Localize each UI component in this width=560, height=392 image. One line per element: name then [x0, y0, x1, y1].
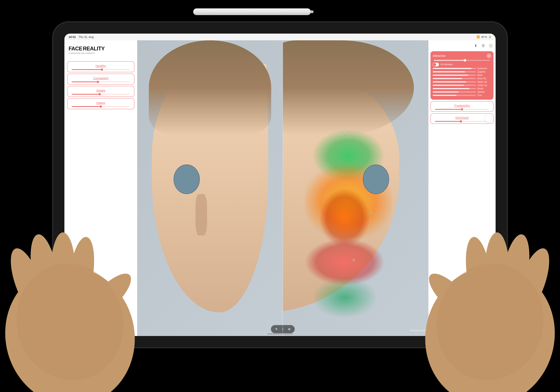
apple-pencil [193, 8, 311, 15]
attractive-card: Attractive ⓘ Fill Wrinkles [430, 51, 493, 100]
trait-label-competent: Competent [70, 76, 131, 80]
slider-label-nose-tip: Nose Tip [477, 77, 491, 80]
attractive-title: Attractive [433, 54, 446, 58]
slider-label-lower-lip: Lower Lip [477, 84, 491, 87]
slider-row-upper-lip: Upper Lip [433, 81, 491, 83]
trait-slider-thumb-happy[interactable] [100, 105, 102, 108]
slider-fill-chin [433, 95, 456, 96]
slider-fill-nose [433, 75, 468, 76]
fill-wrinkles-toggle[interactable] [433, 63, 439, 66]
slider-fill-upper-lip [433, 81, 466, 82]
trait-btn-dominant[interactable]: Dominant [430, 113, 493, 124]
slider-track-nose[interactable] [433, 75, 476, 76]
slider-row-jawline: Jawline [433, 91, 491, 93]
logo-partnership: in partnership with CANFIELD [69, 52, 133, 54]
slider-label-zygoma: Zygoma [477, 70, 491, 73]
trait-slider-thumb-competent[interactable] [97, 81, 99, 83]
trait-slider-healthy[interactable] [72, 69, 130, 70]
slider-track-mouth[interactable] [433, 88, 476, 89]
logo-reality: REALITY [83, 46, 105, 51]
slider-row-nose: Nose [433, 74, 491, 76]
dominant-large-thumb[interactable] [485, 115, 491, 122]
trait-label-healthy: Healthy [70, 64, 131, 68]
slider-label-nose: Nose [477, 74, 491, 76]
slider-row-eyebrows: Eyebrows [433, 67, 491, 70]
face-hair-left [149, 40, 271, 135]
slider-track-zygoma[interactable] [433, 71, 476, 72]
slider-row-chin: Chin [433, 94, 491, 97]
center-divider [283, 40, 283, 336]
slider-track-upper-lip[interactable] [433, 81, 476, 82]
trait-slider-thumb-trustworthy[interactable] [461, 108, 463, 111]
trait-label-awake: Awake [70, 89, 131, 92]
slider-track-chin[interactable] [433, 95, 476, 96]
status-right: 📶 40 % 🔋 [477, 35, 491, 39]
trait-slider-fill-dominant [435, 121, 461, 122]
trait-btn-trustworthy[interactable]: Trustworthy [430, 101, 493, 112]
trait-label-happy: Happy [70, 101, 131, 105]
slider-row-nose-tip: Nose Tip [433, 77, 491, 80]
brightness-button[interactable]: ☀ [274, 326, 279, 332]
slider-row-lower-lip: Lower Lip [433, 84, 491, 87]
fill-wrinkles-label: Fill Wrinkles [440, 63, 453, 66]
slider-track-nose-tip[interactable] [433, 78, 476, 79]
share-button[interactable]: ⬆ [473, 43, 478, 49]
status-time: 18:52 [69, 35, 76, 39]
fill-wrinkles-toggle-row: Fill Wrinkles [433, 63, 491, 66]
wifi-icon: 📶 [477, 35, 480, 39]
trait-slider-thumb-dominant[interactable] [460, 120, 462, 122]
trait-slider-happy[interactable] [72, 106, 130, 107]
trait-slider-awake[interactable] [72, 94, 130, 95]
logo-face: FACE [69, 46, 82, 51]
trait-slider-competent[interactable] [72, 81, 130, 82]
trait-btn-happy[interactable]: Happy [67, 98, 134, 109]
header-icons: ⬆ ☰ ⓘ [430, 43, 493, 49]
slider-label-upper-lip: Upper Lip [477, 81, 491, 83]
trait-slider-fill-awake [72, 94, 100, 95]
attractive-main-slider[interactable] [434, 60, 490, 61]
slider-fill-zygoma [433, 71, 465, 72]
slider-fill-jawline [433, 91, 459, 92]
trait-slider-dominant[interactable] [435, 121, 489, 122]
slider-track-jawline[interactable] [433, 91, 476, 92]
status-bar: 18:52 Thu 31. Aug 📶 40 % 🔋 [64, 34, 496, 40]
attractive-header: Attractive ⓘ [433, 53, 491, 58]
trait-label-dominant: Dominant [434, 116, 490, 120]
trait-slider-thumb-awake[interactable] [99, 93, 101, 95]
slider-track-lower-lip[interactable] [433, 85, 476, 86]
slider-fill-nose-tip [433, 78, 462, 79]
list-button[interactable]: ☰ [481, 43, 486, 49]
scene: 18:52 Thu 31. Aug 📶 40 % 🔋 FACE [0, 0, 560, 392]
slider-label-jawline: Jawline [477, 91, 491, 93]
face-dot-forehead [344, 135, 346, 137]
trait-slider-fill-happy [72, 106, 101, 107]
trait-slider-fill-healthy [72, 69, 102, 70]
trait-btn-awake[interactable]: Awake [67, 86, 134, 97]
battery-icon: 🔋 [488, 35, 491, 39]
slider-fill-eyebrows [433, 68, 471, 69]
trait-slider-trustworthy[interactable] [435, 109, 489, 110]
status-date: Thu 31. Aug [79, 35, 94, 39]
slider-fill-mouth [433, 88, 470, 89]
trait-slider-fill-trustworthy [435, 109, 462, 110]
slider-label-mouth: Mouth [477, 87, 491, 90]
attractive-info-btn[interactable]: ⓘ [487, 53, 491, 58]
logo-area: FACE REALITY in partnership with CANFIEL… [67, 45, 134, 57]
slider-row-mouth: Mouth [433, 87, 491, 90]
battery-indicator: 40 % [481, 36, 487, 39]
slider-track-eyebrows[interactable] [433, 68, 476, 69]
slider-label-chin: Chin [477, 94, 491, 97]
attractive-slider-fill [434, 60, 465, 61]
left-hand [0, 168, 224, 392]
slider-fill-lower-lip [433, 85, 464, 86]
attractive-slider-thumb[interactable] [464, 59, 466, 62]
trait-slider-thumb-healthy[interactable] [101, 69, 103, 71]
right-hand [336, 168, 560, 392]
trait-label-trustworthy: Trustworthy [434, 104, 490, 108]
slider-row-zygoma: Zygoma [433, 70, 491, 73]
trait-btn-healthy[interactable]: Healthy [67, 61, 134, 72]
trait-slider-fill-competent [72, 81, 98, 82]
trait-btn-competent[interactable]: Competent [67, 74, 134, 85]
slider-label-eyebrows: Eyebrows [477, 67, 491, 70]
info-button[interactable]: ⓘ [488, 43, 493, 49]
